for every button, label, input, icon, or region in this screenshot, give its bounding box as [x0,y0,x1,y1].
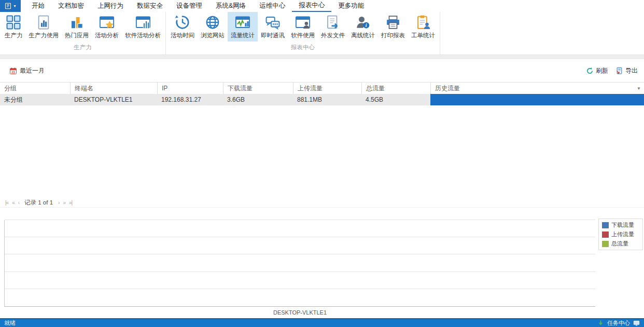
pagination-label: 记录 1 of 1 [24,199,53,207]
app-menu-icon [4,2,12,10]
column-header-2[interactable]: IP [157,83,223,94]
tab-data-security[interactable]: 数据安全 [130,0,170,12]
ribbon-item-label: 活动时间 [171,32,194,39]
column-header-6[interactable]: 历史流量▼ [430,83,644,94]
tab-doc-encryption[interactable]: 文档加密 [51,0,91,12]
column-header-label: 历史流量 [435,84,460,93]
chevron-down-icon: ▼ [13,4,17,8]
column-header-label: 上传流量 [298,84,323,93]
status-bar: 就绪 任务中心 [0,318,644,327]
column-options-icon[interactable]: ▼ [637,86,641,91]
ribbon: 生产力生产力使用热门应用活动分析软件活动分析生产力活动时间浏览网站流量统计即时通… [0,12,644,55]
status-text: 就绪 [4,319,16,327]
ribbon-item-label: 软件使用 [291,32,315,39]
tab-web-behavior[interactable]: 上网行为 [91,0,130,12]
user-info-icon: i [355,15,371,30]
tab-start[interactable]: 开始 [25,0,51,12]
chart-gridline [5,220,595,220]
window-wave-icon [235,15,250,30]
pagination-first-button[interactable]: |« [5,200,8,206]
ribbon-item-offline-stats[interactable]: i离线统计 [348,12,378,42]
chart-category-label: DESKTOP-VLKTLE1 [273,309,327,316]
table-body: 未分组DESKTOP-VLKTLE1192.168.31.273.6GB881.… [0,94,644,105]
ribbon-item-software-activity-analysis[interactable]: 软件活动分析 [122,12,164,42]
column-header-label: IP [162,85,167,92]
column-header-5[interactable]: 总流量 [361,83,430,94]
column-header-label: 终端名 [75,84,93,93]
column-header-3[interactable]: 下载流量 [223,83,293,94]
ribbon-group-2: 活动时间浏览网站流量统计即时通讯软件使用外发文件i离线统计打印报表工单统计报表中… [166,12,440,55]
ribbon-items-row: 活动时间浏览网站流量统计即时通讯软件使用外发文件i离线统计打印报表工单统计 [167,12,438,43]
ribbon-item-label: 生产力 [5,32,23,39]
cell-3: 3.6GB [223,94,293,105]
ribbon-divider [0,55,644,59]
legend-item: 总流量 [602,240,639,248]
bars-orange-icon [69,15,85,30]
export-label: 导出 [625,66,638,75]
clipboard-user-icon [415,15,431,30]
legend-label: 下载流量 [611,221,634,229]
calendar-icon: 23 [9,67,17,75]
cell-5: 4.5GB [361,94,430,105]
chat-icon [265,15,281,30]
tab-device-management[interactable]: 设备管理 [170,0,209,12]
ribbon-item-hot-apps[interactable]: 热门应用 [62,12,92,42]
ribbon-item-active-time[interactable]: 活动时间 [167,12,198,42]
ribbon-item-label: 生产力使用 [29,32,59,39]
legend-swatch [602,231,609,238]
ribbon-item-productivity[interactable]: 生产力 [2,12,26,42]
column-header-label: 下载流量 [228,84,253,93]
legend-label: 上传流量 [611,230,634,238]
clock-history-icon [175,15,190,30]
ribbon-item-ticket-stats[interactable]: 工单统计 [408,12,438,42]
tab-ops-center[interactable]: 运维中心 [253,0,292,12]
legend-swatch [602,222,609,228]
refresh-button[interactable]: 刷新 [586,66,608,75]
ribbon-tabs: 开始文档加密上网行为数据安全设备管理系统&网络运维中心报表中心更多功能 [25,0,371,12]
date-range-filter[interactable]: 23 最近一月 [9,66,45,75]
column-header-0[interactable]: 分组 [0,83,70,94]
task-center-button[interactable]: 任务中心 [607,319,630,327]
monitor-icon[interactable] [633,320,640,326]
column-header-label: 总流量 [366,84,385,93]
pagination-next-button[interactable]: › [58,200,59,206]
ribbon-item-outgoing-files[interactable]: 外发文件 [318,12,348,42]
app-menu-button[interactable]: ▼ [0,0,21,12]
ribbon-item-software-usage[interactable]: 软件使用 [288,12,318,42]
download-arrow-icon [597,320,604,326]
pagination-prev-fast-button[interactable]: « [12,200,15,206]
grid-icon [6,15,21,30]
ribbon-group-label: 报表中心 [167,43,438,55]
tab-more-features[interactable]: 更多功能 [331,0,371,12]
doc-bars-icon [36,15,51,30]
ribbon-item-label: 流量统计 [231,32,255,39]
ribbon-item-instant-messaging[interactable]: 即时通讯 [258,12,288,42]
ribbon-item-productivity-usage[interactable]: 生产力使用 [26,12,62,42]
pagination-next-fast-button[interactable]: » [63,200,65,206]
ribbon-item-print-reports[interactable]: 打印报表 [378,12,408,42]
traffic-bar-chart: DESKTOP-VLKTLE1 下载流量上传流量总流量 [0,208,644,318]
tab-report-center[interactable]: 报表中心 [292,0,331,12]
table-row[interactable]: 未分组DESKTOP-VLKTLE1192.168.31.273.6GB881.… [0,94,644,105]
pagination-prev-button[interactable]: ‹ [18,200,19,206]
ribbon-item-label: 热门应用 [65,32,89,39]
refresh-icon [586,67,594,75]
ribbon-item-activity-analysis[interactable]: 活动分析 [92,12,122,42]
chart-legend: 下载流量上传流量总流量 [598,219,643,250]
globe-icon [205,15,220,30]
column-header-1[interactable]: 终端名 [70,83,157,94]
tab-system-network[interactable]: 系统&网络 [209,0,253,12]
ribbon-item-label: 活动分析 [95,32,119,39]
filter-toolbar: 23 最近一月 刷新导出 [0,59,644,82]
export-button[interactable]: 导出 [615,66,638,75]
chart-gridline [5,271,595,272]
ribbon-item-browse-websites[interactable]: 浏览网站 [198,12,228,42]
ribbon-group-1: 生产力生产力使用热门应用活动分析软件活动分析生产力 [0,12,166,55]
tab-bar: ▼ 开始文档加密上网行为数据安全设备管理系统&网络运维中心报表中心更多功能 [0,0,644,12]
column-header-4[interactable]: 上传流量 [293,83,361,94]
ribbon-items-row: 生产力生产力使用热门应用活动分析软件活动分析 [2,12,164,43]
ribbon-item-traffic-stats[interactable]: 流量统计 [228,12,258,42]
pagination-last-button[interactable]: »| [69,200,72,206]
ribbon-item-label: 软件活动分析 [125,32,161,39]
legend-item: 上传流量 [602,230,639,238]
